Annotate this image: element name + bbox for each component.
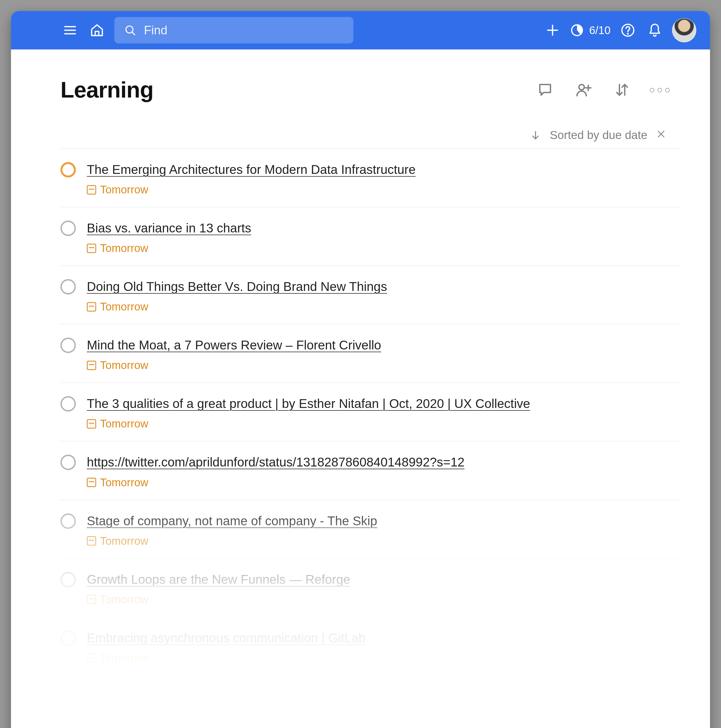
task-body: Bias vs. variance in 13 chartsTomorrow bbox=[87, 220, 680, 254]
task-checkbox[interactable] bbox=[60, 162, 76, 177]
task-body: Mind the Moat, a 7 Powers Review – Flore… bbox=[87, 336, 680, 372]
menu-button[interactable] bbox=[60, 21, 80, 40]
task-due-label: Tomorrow bbox=[100, 652, 148, 664]
task-row[interactable]: Embracing asynchronous communication | G… bbox=[60, 617, 680, 676]
task-checkbox[interactable] bbox=[60, 514, 76, 529]
svg-line-4 bbox=[132, 32, 135, 35]
calendar-icon bbox=[87, 244, 96, 253]
task-body: Embracing asynchronous communication | G… bbox=[87, 629, 680, 664]
task-title[interactable]: Growth Loops are the New Funnels — Refor… bbox=[87, 571, 680, 588]
task-body: The 3 qualities of a great product | by … bbox=[87, 395, 680, 430]
arrow-down-icon bbox=[530, 130, 541, 141]
task-due: Tomorrow bbox=[87, 242, 680, 254]
task-row[interactable]: Doing Old Things Better Vs. Doing Brand … bbox=[60, 266, 680, 324]
task-due: Tomorrow bbox=[87, 184, 680, 196]
app-window: 6/10 Learning ○○○ bbox=[11, 11, 710, 728]
task-checkbox[interactable] bbox=[60, 396, 76, 411]
task-row[interactable]: Stage of company, not name of company - … bbox=[60, 500, 680, 559]
project-header: Learning ○○○ bbox=[60, 77, 680, 103]
add-button[interactable] bbox=[543, 21, 562, 40]
progress-text: 6/10 bbox=[589, 24, 611, 37]
more-button[interactable]: ○○○ bbox=[652, 82, 669, 98]
notifications-button[interactable] bbox=[645, 21, 664, 40]
task-due: Tomorrow bbox=[87, 301, 680, 313]
sort-status-bar: Sorted by due date bbox=[60, 122, 680, 148]
calendar-icon bbox=[87, 361, 96, 370]
task-title[interactable]: https://twitter.com/aprildunford/status/… bbox=[87, 454, 680, 471]
task-title[interactable]: Embracing asynchronous communication | G… bbox=[87, 629, 680, 646]
task-due-label: Tomorrow bbox=[100, 242, 148, 254]
project-title: Learning bbox=[60, 77, 526, 103]
home-button[interactable] bbox=[87, 21, 107, 40]
topbar: 6/10 bbox=[11, 11, 710, 49]
task-checkbox[interactable] bbox=[60, 630, 76, 646]
task-checkbox[interactable] bbox=[60, 220, 76, 236]
task-body: Doing Old Things Better Vs. Doing Brand … bbox=[87, 278, 680, 313]
task-title[interactable]: The 3 qualities of a great product | by … bbox=[87, 395, 680, 412]
search-input[interactable] bbox=[144, 23, 343, 37]
task-checkbox[interactable] bbox=[60, 455, 76, 470]
task-due: Tomorrow bbox=[87, 476, 680, 489]
task-due-label: Tomorrow bbox=[100, 359, 148, 372]
search-box[interactable] bbox=[114, 17, 354, 43]
task-row[interactable]: Bias vs. variance in 13 chartsTomorrow bbox=[60, 207, 680, 266]
sort-button[interactable] bbox=[614, 82, 630, 98]
task-due-label: Tomorrow bbox=[100, 418, 148, 430]
task-row[interactable]: The 3 qualities of a great product | by … bbox=[60, 383, 680, 442]
task-checkbox[interactable] bbox=[60, 572, 76, 587]
project-actions: ○○○ bbox=[537, 82, 680, 98]
task-title[interactable]: The Emerging Architectures for Modern Da… bbox=[87, 161, 680, 178]
task-due: Tomorrow bbox=[87, 593, 680, 606]
calendar-icon bbox=[87, 653, 96, 662]
calendar-icon bbox=[87, 185, 96, 194]
task-row[interactable]: https://twitter.com/aprildunford/status/… bbox=[60, 442, 680, 500]
clear-sort-button[interactable] bbox=[656, 128, 666, 142]
svg-point-10 bbox=[579, 85, 584, 90]
task-due: Tomorrow bbox=[87, 535, 680, 547]
task-row[interactable]: The Emerging Architectures for Modern Da… bbox=[60, 149, 680, 207]
sort-label: Sorted by due date bbox=[550, 128, 648, 142]
comments-button[interactable] bbox=[537, 82, 553, 98]
search-icon bbox=[124, 24, 136, 37]
task-title[interactable]: Bias vs. variance in 13 charts bbox=[87, 220, 680, 237]
task-body: https://twitter.com/aprildunford/status/… bbox=[87, 454, 680, 488]
task-due: Tomorrow bbox=[87, 652, 680, 664]
main-content: Learning ○○○ Sorted by due date Th bbox=[11, 49, 710, 728]
calendar-icon bbox=[87, 595, 96, 604]
task-row[interactable]: Growth Loops are the New Funnels — Refor… bbox=[60, 559, 680, 617]
task-due-label: Tomorrow bbox=[100, 301, 148, 313]
share-button[interactable] bbox=[576, 82, 592, 98]
task-due: Tomorrow bbox=[87, 418, 680, 430]
calendar-icon bbox=[87, 478, 96, 487]
svg-point-9 bbox=[628, 34, 628, 34]
task-title[interactable]: Stage of company, not name of company - … bbox=[87, 512, 680, 529]
task-due-label: Tomorrow bbox=[100, 593, 148, 606]
task-due: Tomorrow bbox=[87, 359, 680, 372]
progress-indicator[interactable]: 6/10 bbox=[570, 23, 611, 37]
calendar-icon bbox=[87, 419, 96, 428]
task-due-label: Tomorrow bbox=[100, 476, 148, 489]
progress-icon bbox=[570, 23, 584, 37]
task-checkbox[interactable] bbox=[60, 338, 76, 353]
task-due-label: Tomorrow bbox=[100, 184, 148, 196]
task-due-label: Tomorrow bbox=[100, 535, 148, 547]
avatar[interactable] bbox=[672, 18, 696, 42]
task-checkbox[interactable] bbox=[60, 279, 76, 295]
task-list: The Emerging Architectures for Modern Da… bbox=[60, 148, 680, 676]
task-title[interactable]: Doing Old Things Better Vs. Doing Brand … bbox=[87, 278, 680, 295]
calendar-icon bbox=[87, 536, 96, 546]
task-title[interactable]: Mind the Moat, a 7 Powers Review – Flore… bbox=[87, 336, 680, 353]
help-button[interactable] bbox=[618, 21, 637, 40]
task-body: The Emerging Architectures for Modern Da… bbox=[87, 161, 680, 196]
task-row[interactable]: Mind the Moat, a 7 Powers Review – Flore… bbox=[60, 324, 680, 383]
calendar-icon bbox=[87, 302, 96, 312]
task-body: Stage of company, not name of company - … bbox=[87, 512, 680, 547]
task-body: Growth Loops are the New Funnels — Refor… bbox=[87, 571, 680, 606]
